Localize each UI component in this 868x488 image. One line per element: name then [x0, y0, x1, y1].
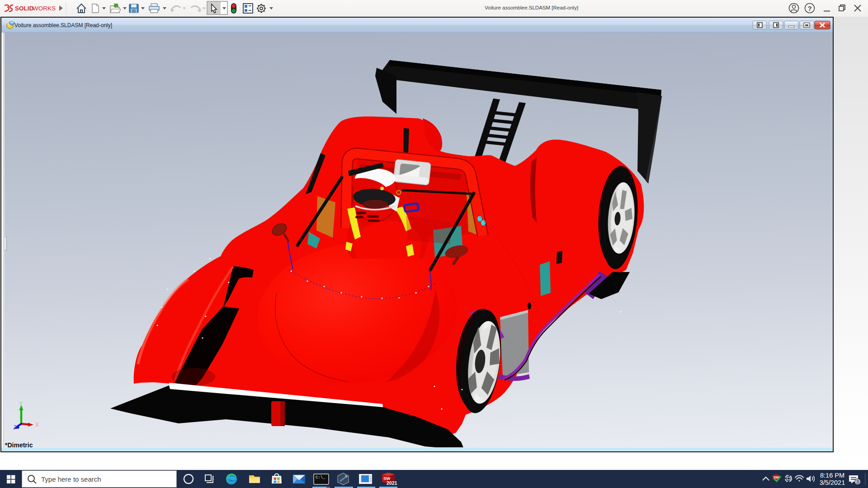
- svg-text:3: 3: [856, 479, 859, 484]
- svg-text:SOLID: SOLID: [15, 5, 34, 12]
- svg-text:X: X: [35, 422, 39, 428]
- svg-text:*Dimetric: *Dimetric: [5, 441, 33, 447]
- svg-text:WORKS: WORKS: [33, 5, 56, 12]
- svg-text:?: ?: [807, 5, 811, 12]
- svg-text:Z: Z: [14, 425, 16, 430]
- svg-text:C:\_: C:\_: [316, 475, 326, 480]
- svg-text:Y: Y: [19, 401, 23, 407]
- svg-text:2021: 2021: [387, 480, 397, 486]
- svg-text:Voiture assomblee.SLDASM [Read: Voiture assomblee.SLDASM [Read-only]: [14, 22, 112, 28]
